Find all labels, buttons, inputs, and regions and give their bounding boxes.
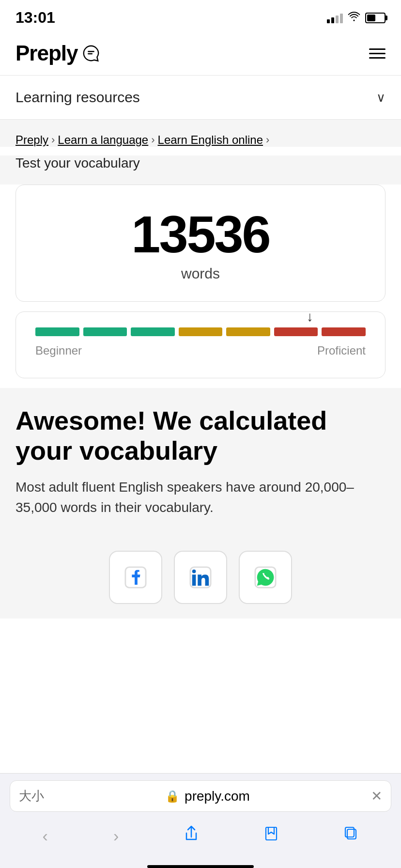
word-count-label: words bbox=[35, 265, 366, 282]
bar-segment-1 bbox=[35, 327, 79, 336]
signal-icon bbox=[327, 13, 343, 23]
beginner-label: Beginner bbox=[35, 344, 82, 357]
text-size-label[interactable]: 大小 bbox=[19, 788, 44, 805]
breadcrumb-sep-3: › bbox=[266, 134, 269, 146]
status-time: 13:01 bbox=[15, 9, 55, 27]
status-icons bbox=[327, 12, 386, 24]
svg-rect-3 bbox=[192, 574, 196, 586]
whatsapp-icon bbox=[254, 566, 277, 589]
bar-segment-5 bbox=[226, 327, 270, 336]
breadcrumb-preply[interactable]: Preply bbox=[15, 133, 48, 147]
forward-button[interactable]: › bbox=[109, 822, 123, 849]
bookmarks-button[interactable] bbox=[260, 822, 282, 850]
bar-segment-3 bbox=[131, 327, 175, 336]
proficiency-bar-container: ↓ Beginner Proficient bbox=[35, 327, 366, 364]
logo-icon bbox=[82, 44, 100, 62]
battery-icon bbox=[365, 13, 386, 23]
proficiency-labels: Beginner Proficient bbox=[35, 344, 366, 357]
breadcrumb-sep-2: › bbox=[151, 134, 154, 146]
breadcrumb-learn-english[interactable]: Learn English online bbox=[158, 133, 263, 147]
lock-icon: 🔒 bbox=[165, 790, 180, 803]
chevron-down-icon: ∨ bbox=[376, 90, 386, 105]
word-count-card: 13536 words bbox=[15, 185, 386, 302]
vocabulary-description: Most adult fluent English speakers have … bbox=[15, 477, 386, 518]
arrow-down-icon: ↓ bbox=[307, 310, 313, 324]
word-count-number: 13536 bbox=[35, 208, 366, 261]
facebook-icon bbox=[124, 566, 147, 589]
bar-segment-7 bbox=[322, 327, 366, 336]
tabs-button[interactable] bbox=[340, 822, 362, 850]
header: Preply bbox=[0, 31, 401, 75]
url-bar[interactable]: 大小 🔒 preply.com ✕ bbox=[10, 780, 391, 812]
wifi-icon bbox=[348, 12, 360, 24]
proficiency-card: ↓ Beginner Proficient bbox=[15, 311, 386, 378]
breadcrumb: Preply › Learn a language › Learn Englis… bbox=[0, 120, 401, 147]
linkedin-share-button[interactable] bbox=[174, 551, 227, 604]
learning-resources-dropdown[interactable]: Learning resources ∨ bbox=[0, 75, 401, 120]
bar-indicator: ↓ bbox=[307, 310, 313, 324]
bar-segment-4 bbox=[179, 327, 223, 336]
svg-point-4 bbox=[192, 570, 196, 574]
facebook-share-button[interactable] bbox=[109, 551, 162, 604]
hamburger-menu[interactable] bbox=[369, 48, 386, 59]
share-button[interactable] bbox=[180, 822, 202, 850]
back-button[interactable]: ‹ bbox=[39, 822, 52, 849]
logo-text[interactable]: Preply bbox=[15, 41, 78, 65]
browser-navigation: ‹ › bbox=[0, 817, 401, 861]
logo: Preply bbox=[15, 41, 100, 65]
browser-bar: 大小 🔒 preply.com ✕ ‹ › bbox=[0, 773, 401, 868]
home-indicator bbox=[147, 865, 254, 868]
linkedin-icon bbox=[189, 566, 212, 589]
page-title: Test your vocabulary bbox=[0, 155, 401, 185]
proficient-label: Proficient bbox=[317, 344, 366, 357]
status-bar: 13:01 bbox=[0, 0, 401, 31]
url-domain: 🔒 preply.com bbox=[51, 789, 364, 804]
svg-rect-6 bbox=[266, 827, 277, 840]
breadcrumb-sep-1: › bbox=[51, 134, 55, 146]
proficiency-bars bbox=[35, 327, 366, 336]
domain-text: preply.com bbox=[185, 789, 250, 804]
url-close-button[interactable]: ✕ bbox=[371, 788, 382, 804]
bar-segment-6 bbox=[274, 327, 318, 336]
vocabulary-section: Awesome! We calculated your vocabulary M… bbox=[0, 388, 401, 551]
vocabulary-heading: Awesome! We calculated your vocabulary bbox=[15, 405, 386, 465]
breadcrumb-learn-language[interactable]: Learn a language bbox=[58, 133, 148, 147]
dropdown-label: Learning resources bbox=[15, 89, 140, 106]
whatsapp-share-button[interactable] bbox=[239, 551, 292, 604]
bar-segment-2 bbox=[83, 327, 127, 336]
share-buttons bbox=[0, 551, 401, 619]
